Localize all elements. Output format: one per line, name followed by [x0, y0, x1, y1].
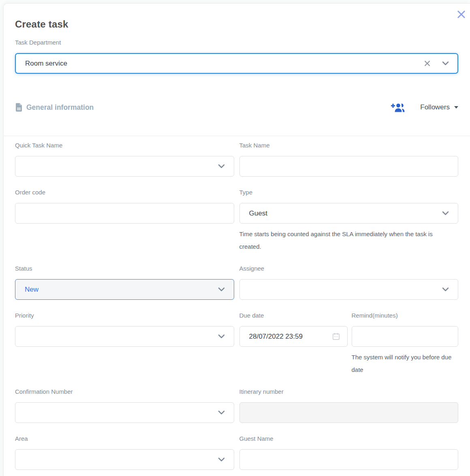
- remind-field: Remind(minutes) The system will notify y…: [352, 312, 459, 376]
- person-add-icon[interactable]: [390, 102, 405, 113]
- task-department-select[interactable]: Room service: [15, 53, 458, 74]
- status-select[interactable]: New: [15, 279, 234, 300]
- guest-name-field: Guest Name: [239, 435, 459, 470]
- form-row: Order code Type Guest Time starts being …: [15, 189, 458, 253]
- task-department-value: Room service: [25, 60, 424, 68]
- quick-task-name-label: Quick Task Name: [15, 142, 234, 149]
- order-code-input[interactable]: [15, 203, 234, 224]
- document-icon: [15, 103, 23, 112]
- form-row: Priority Due date 28/07/2022 23:59: [15, 312, 458, 376]
- status-label: Status: [15, 265, 234, 272]
- task-department-label: Task Department: [15, 39, 458, 46]
- form-row: Confirmation Number Itinerary number: [15, 388, 458, 423]
- confirmation-number-select[interactable]: [15, 402, 234, 423]
- type-value: Guest: [249, 209, 442, 218]
- type-label: Type: [239, 189, 459, 196]
- status-value: New: [25, 286, 217, 294]
- assignee-select[interactable]: [239, 279, 459, 300]
- section-title-label: General information: [26, 103, 94, 112]
- confirmation-number-label: Confirmation Number: [15, 388, 234, 395]
- confirmation-number-field: Confirmation Number: [15, 388, 234, 423]
- due-remind-group: Due date 28/07/2022 23:59: [239, 312, 459, 376]
- chevron-down-icon: [441, 285, 450, 294]
- due-date-field: Due date 28/07/2022 23:59: [239, 312, 348, 376]
- form-row: Status New Assignee: [15, 265, 458, 300]
- quick-task-name-field: Quick Task Name: [15, 142, 234, 177]
- task-name-label: Task Name: [239, 142, 459, 149]
- section-title: General information: [15, 103, 94, 112]
- form-row: Quick Task Name Task Name: [15, 142, 458, 177]
- assignee-field: Assignee: [239, 265, 459, 300]
- followers-label: Followers: [420, 103, 450, 111]
- area-select[interactable]: [15, 449, 234, 470]
- create-task-modal: Create task Task Department Room service: [3, 3, 470, 476]
- priority-label: Priority: [15, 312, 234, 319]
- itinerary-number-field: Itinerary number: [239, 388, 459, 423]
- area-label: Area: [15, 435, 234, 442]
- type-helper-text: Time starts being counted against the SL…: [239, 228, 444, 253]
- task-name-field: Task Name: [239, 142, 459, 177]
- due-date-input[interactable]: 28/07/2022 23:59: [239, 326, 348, 347]
- type-field: Type Guest Time starts being counted aga…: [239, 189, 459, 253]
- remind-input[interactable]: [352, 326, 459, 347]
- followers-control[interactable]: Followers: [390, 102, 458, 113]
- calendar-icon[interactable]: [332, 332, 340, 341]
- remind-label: Remind(minutes): [352, 312, 459, 319]
- section-header: General information Followers: [15, 99, 458, 116]
- chevron-down-icon: [217, 408, 226, 417]
- remind-helper-text: The system will notify you before due da…: [352, 351, 459, 376]
- guest-name-label: Guest Name: [239, 435, 459, 442]
- quick-task-name-select[interactable]: [15, 156, 234, 177]
- task-name-input[interactable]: [239, 156, 459, 177]
- chevron-down-icon: [441, 209, 450, 218]
- due-date-label: Due date: [239, 312, 348, 319]
- type-select[interactable]: Guest: [239, 203, 459, 224]
- chevron-down-icon: [217, 455, 226, 464]
- itinerary-number-label: Itinerary number: [239, 388, 459, 395]
- form-row: Area Guest Name: [15, 435, 458, 470]
- page-title: Create task: [15, 19, 458, 30]
- guest-name-input[interactable]: [239, 449, 459, 470]
- close-icon[interactable]: [455, 9, 467, 20]
- clear-icon[interactable]: [424, 60, 431, 67]
- order-code-label: Order code: [15, 189, 234, 196]
- due-date-value: 28/07/2022 23:59: [249, 333, 332, 341]
- chevron-down-icon: [217, 332, 226, 341]
- create-task-form: Quick Task Name Task Name Order cod: [15, 136, 458, 470]
- area-field: Area: [15, 435, 234, 470]
- priority-select[interactable]: [15, 326, 234, 347]
- assignee-label: Assignee: [239, 265, 459, 272]
- chevron-down-icon: [217, 162, 226, 171]
- order-code-field: Order code: [15, 189, 234, 224]
- chevron-down-icon: [217, 285, 226, 294]
- caret-down-icon: [454, 106, 458, 109]
- chevron-down-icon[interactable]: [441, 59, 450, 68]
- priority-field: Priority: [15, 312, 234, 347]
- itinerary-number-input: [239, 402, 459, 423]
- status-field: Status New: [15, 265, 234, 300]
